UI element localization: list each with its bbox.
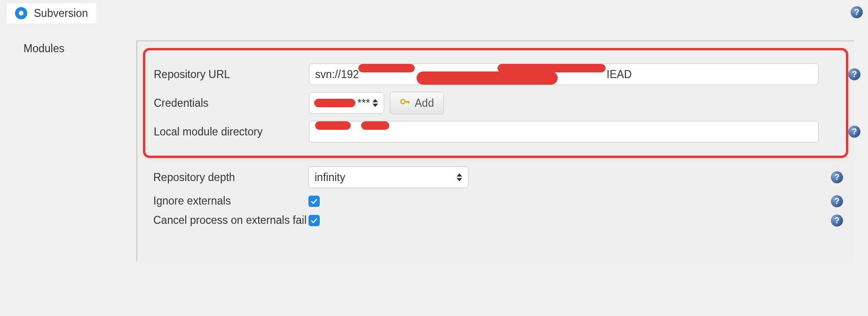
svg-rect-6 [408, 101, 409, 103]
redaction-mark [314, 99, 355, 107]
repository-url-label: Repository URL [152, 68, 309, 81]
add-credentials-button[interactable]: Add [390, 92, 444, 114]
svg-text:?: ? [835, 215, 840, 225]
repo-url-suffix: IEAD [607, 68, 632, 81]
key-icon [400, 96, 411, 110]
credentials-value: *** [357, 97, 370, 110]
repository-depth-select[interactable]: infinity [308, 166, 468, 188]
redaction-mark [497, 64, 606, 72]
svg-text:?: ? [852, 127, 857, 136]
chevron-updown-icon [372, 99, 378, 107]
redaction-mark [417, 71, 558, 85]
repository-depth-value: infinity [315, 171, 345, 184]
local-module-dir-label: Local module directory [152, 126, 309, 138]
svg-text:?: ? [835, 196, 840, 205]
subversion-radio-option[interactable]: Subversion [7, 3, 96, 24]
subversion-label: Subversion [34, 7, 88, 20]
svg-text:?: ? [852, 70, 857, 79]
redaction-mark [361, 121, 389, 130]
help-icon[interactable]: ? [848, 125, 863, 138]
add-button-label: Add [415, 97, 434, 110]
cancel-on-externals-fail-label: Cancel process on externals fail [151, 214, 308, 227]
modules-label: Modules [24, 40, 136, 55]
redaction-mark [358, 64, 415, 72]
ignore-externals-label: Ignore externals [151, 195, 308, 207]
help-icon[interactable]: ? [830, 171, 845, 184]
scm-section-header: Subversion ? [0, 0, 868, 26]
svg-rect-7 [407, 101, 408, 103]
cancel-on-externals-fail-checkbox[interactable] [308, 215, 320, 226]
local-module-dir-input[interactable] [309, 121, 819, 142]
ignore-externals-checkbox[interactable] [308, 196, 320, 207]
help-icon[interactable]: ? [830, 214, 845, 227]
svg-text:?: ? [835, 173, 840, 182]
repository-url-input[interactable]: svn://192 IEAD [309, 63, 819, 85]
redaction-mark [315, 121, 351, 130]
chevron-updown-icon [457, 174, 462, 182]
repo-url-prefix: svn://192 [315, 68, 359, 81]
radio-selected-icon [15, 7, 27, 19]
modules-panel: Repository URL svn://192 IEAD ? Credent [136, 40, 854, 261]
help-icon[interactable]: ? [830, 195, 845, 208]
repository-depth-label: Repository depth [151, 171, 308, 184]
credentials-label: Credentials [152, 97, 309, 110]
annotation-highlight: Repository URL svn://192 IEAD ? Credent [143, 48, 848, 158]
help-icon[interactable]: ? [848, 68, 863, 81]
credentials-select[interactable]: *** [309, 92, 384, 114]
svg-text:?: ? [854, 8, 860, 17]
help-icon[interactable]: ? [850, 6, 863, 19]
